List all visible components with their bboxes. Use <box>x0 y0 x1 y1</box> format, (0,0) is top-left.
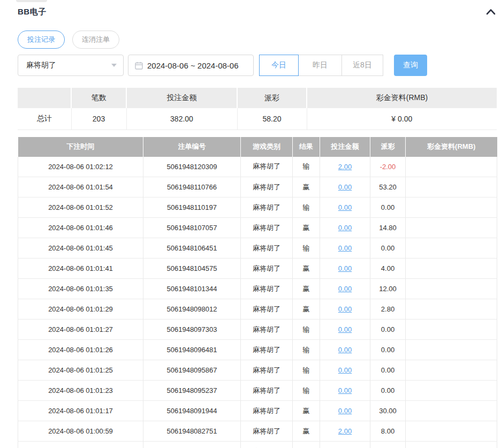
table-row: 2024-08-06 01:02:12 5061948120309 麻将胡了 输… <box>18 157 497 177</box>
game-type-cell: 麻将胡了 <box>241 238 293 259</box>
last-8-days-button[interactable]: 近8日 <box>341 55 383 76</box>
payout-cell: 30.00 <box>370 401 406 421</box>
bet-time-cell: 2024-08-06 01:01:23 <box>18 381 143 401</box>
bet-table-header-row: 下注时间 注单编号 游戏类别 结果 投注金额 派彩 彩金资料(RMB) <box>18 137 497 157</box>
bonus-cell <box>406 279 497 299</box>
bonus-cell <box>406 320 497 340</box>
bet-amount-cell: 0.00 <box>320 198 370 218</box>
order-id-cell: 5061948095867 <box>143 360 241 381</box>
payout-cell: 0.00 <box>370 360 406 381</box>
quick-date-buttons: 今日 昨日 近8日 <box>259 55 383 76</box>
header-bet-time: 下注时间 <box>18 137 143 157</box>
bet-amount-link[interactable]: 0.00 <box>338 183 352 191</box>
bet-amount-link[interactable]: 2.00 <box>338 427 352 435</box>
order-id-cell: 5061948107057 <box>143 218 241 238</box>
chevron-down-icon <box>111 64 117 67</box>
order-id-cell: 5061948110766 <box>143 177 241 198</box>
bonus-cell <box>406 157 497 177</box>
bet-amount-link[interactable]: 2.00 <box>338 163 352 171</box>
payout-cell: 0.00 <box>370 320 406 340</box>
order-id-cell: 5061947520134 <box>143 442 241 448</box>
header-order-id: 注单编号 <box>143 137 241 157</box>
game-type-cell: 麻将胡了 <box>241 218 293 238</box>
bet-time-cell: 2024-08-06 01:00:59 <box>18 421 143 442</box>
summary-header-bonus: 彩金资料(RMB) <box>307 88 497 108</box>
bonus-cell <box>406 198 497 218</box>
result-cell: 输 <box>293 198 320 218</box>
tab-betting-records[interactable]: 投注记录 <box>18 31 65 49</box>
bet-time-cell: 2024-08-06 01:01:25 <box>18 360 143 381</box>
betting-records-panel: BB电子 投注记录 连消注单 麻将胡了 2024-08-06 ~ 2024-08… <box>0 0 501 448</box>
tab-cancelled-orders[interactable]: 连消注单 <box>72 31 119 49</box>
bet-amount-cell: 0.00 <box>320 238 370 259</box>
summary-table: 笔数 投注金额 派彩 彩金资料(RMB) 总计 203 382.00 58.20… <box>18 88 497 130</box>
bet-time-cell: 2024-08-06 01:01:26 <box>18 340 143 360</box>
payout-cell: 8.00 <box>370 421 406 442</box>
bet-time-cell: 2024-08-06 01:01:27 <box>18 320 143 340</box>
bonus-cell <box>406 401 497 421</box>
payout-cell: 0.00 <box>370 198 406 218</box>
result-cell: 输 <box>293 381 320 401</box>
date-range-input[interactable]: 2024-08-06 ~ 2024-08-06 <box>128 55 254 76</box>
table-row: 2024-08-06 01:00:59 5061948082751 麻将胡了 赢… <box>18 421 497 442</box>
collapse-panel-button[interactable] <box>485 7 497 17</box>
header-bonus: 彩金资料(RMB) <box>406 137 497 157</box>
payout-cell: 12.00 <box>370 279 406 299</box>
game-type-cell: 麻将胡了 <box>241 340 293 360</box>
bet-amount-link[interactable]: 0.00 <box>338 285 352 293</box>
panel-header: BB电子 <box>18 6 497 17</box>
bet-amount-link[interactable]: 0.00 <box>338 407 352 415</box>
result-cell: 输 <box>293 340 320 360</box>
bet-time-cell: 2024-08-06 00:41:45 <box>18 442 143 448</box>
table-row: 2024-08-06 01:01:23 5061948095237 麻将胡了 输… <box>18 381 497 401</box>
payout-cell: 53.20 <box>370 177 406 198</box>
bet-amount-link[interactable]: 0.00 <box>338 386 352 394</box>
result-cell: 赢 <box>293 299 320 320</box>
bet-time-cell: 2024-08-06 01:01:52 <box>18 198 143 218</box>
bet-amount-cell: 0.00 <box>320 320 370 340</box>
result-cell: 赢 <box>293 442 320 448</box>
payout-cell: 12.40 <box>370 442 406 448</box>
table-row: 2024-08-06 01:01:25 5061948095867 麻将胡了 输… <box>18 360 497 381</box>
bet-time-cell: 2024-08-06 01:01:29 <box>18 299 143 320</box>
bet-amount-cell: 0.00 <box>320 259 370 279</box>
bet-amount-link[interactable]: 0.00 <box>338 244 352 252</box>
order-id-cell: 5061948082751 <box>143 421 241 442</box>
game-type-select-value: 麻将胡了 <box>26 60 111 70</box>
bet-amount-cell: 0.00 <box>320 360 370 381</box>
game-type-cell: 麻将胡了 <box>241 198 293 218</box>
bet-amount-link[interactable]: 0.00 <box>338 305 352 313</box>
bet-time-cell: 2024-08-06 01:01:45 <box>18 238 143 259</box>
game-type-select[interactable]: 麻将胡了 <box>18 55 124 76</box>
bet-amount-link[interactable]: 0.00 <box>338 224 352 232</box>
table-row: 2024-08-06 01:01:46 5061948107057 麻将胡了 赢… <box>18 218 497 238</box>
order-id-cell: 5061948096481 <box>143 340 241 360</box>
table-row: 2024-08-06 01:01:45 5061948106451 麻将胡了 输… <box>18 238 497 259</box>
bet-amount-link[interactable]: 0.00 <box>338 366 352 374</box>
clipped-element-above <box>16 0 47 2</box>
result-cell: 赢 <box>293 177 320 198</box>
payout-cell: 14.80 <box>370 218 406 238</box>
bet-amount-cell: 0.00 <box>320 401 370 421</box>
search-button[interactable]: 查询 <box>394 55 427 76</box>
bet-amount-link[interactable]: 0.00 <box>338 264 352 272</box>
bonus-cell <box>406 442 497 448</box>
result-cell: 输 <box>293 238 320 259</box>
summary-total-payout: 58.20 <box>237 108 307 130</box>
order-id-cell: 5061948101344 <box>143 279 241 299</box>
order-id-cell: 5061948120309 <box>143 157 241 177</box>
header-bet-amount: 投注金额 <box>320 137 370 157</box>
today-button[interactable]: 今日 <box>259 55 299 76</box>
summary-header-count: 笔数 <box>71 88 126 108</box>
summary-header-payout: 派彩 <box>237 88 307 108</box>
game-type-cell: 麻将胡了 <box>241 360 293 381</box>
bet-amount-link[interactable]: 0.00 <box>338 203 352 211</box>
header-game-type: 游戏类别 <box>241 137 293 157</box>
table-row: 2024-08-06 01:01:35 5061948101344 麻将胡了 赢… <box>18 279 497 299</box>
bet-amount-cell: 0.00 <box>320 218 370 238</box>
table-row: 2024-08-06 01:01:17 5061948091944 麻将胡了 赢… <box>18 401 497 421</box>
bonus-cell <box>406 177 497 198</box>
bet-amount-link[interactable]: 0.00 <box>338 325 352 333</box>
bet-amount-link[interactable]: 0.00 <box>338 346 352 354</box>
yesterday-button[interactable]: 昨日 <box>298 55 342 76</box>
